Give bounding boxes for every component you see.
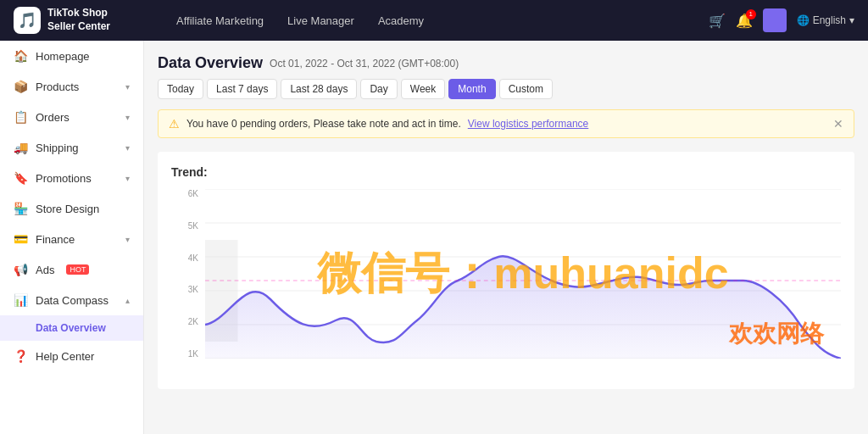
tab-day[interactable]: Day [360,79,397,99]
nav-academy[interactable]: Academy [378,14,424,27]
sidebar-label-help-center: Help Center [36,350,94,363]
alert-close-button[interactable]: ✕ [833,117,843,131]
tab-last7days[interactable]: Last 7 days [207,79,277,99]
alert-link[interactable]: View logistics performance [468,118,589,130]
sidebar: 🏠 Homepage 📦 Products ▾ 📋 Orders ▾ 🚚 Shi… [0,41,144,434]
trend-chart-svg [205,189,841,359]
app-layout: 🏠 Homepage 📦 Products ▾ 📋 Orders ▾ 🚚 Shi… [0,41,868,434]
sidebar-label-homepage: Homepage [36,50,90,63]
nav-affiliate-marketing[interactable]: Affiliate Marketing [176,14,264,27]
sidebar-label-promotions: Promotions [36,172,92,185]
help-icon: ❓ [14,349,27,363]
notification-badge: 1 [746,9,756,19]
ads-icon: 📢 [14,263,27,276]
notification-bell-btn[interactable]: 🔔 1 [736,13,753,29]
shipping-chevron-icon: ▾ [125,143,130,153]
sidebar-label-store-design: Store Design [36,203,99,215]
page-title: Data Overview [158,54,263,72]
sidebar-item-store-design[interactable]: 🏪 Store Design [0,193,143,224]
tab-custom[interactable]: Custom [499,79,553,99]
sidebar-item-finance[interactable]: 💳 Finance ▾ [0,224,143,254]
alert-banner: ⚠ You have 0 pending orders, Please take… [158,109,854,138]
sidebar-item-promotions[interactable]: 🔖 Promotions ▾ [0,163,143,193]
main-content: Data Overview Oct 01, 2022 - Oct 31, 202… [144,41,868,434]
avatar-btn[interactable] [763,8,787,32]
tab-month[interactable]: Month [448,79,495,99]
alert-warning-icon: ⚠ [169,117,180,131]
logo-icon: 🎵 [14,7,41,34]
chart-section: Trend: 6K 5K 4K 3K 2K 1K [158,152,854,389]
products-chevron-icon: ▾ [125,82,130,92]
promotions-icon: 🔖 [14,171,27,185]
finance-icon: 💳 [14,232,27,246]
sidebar-label-finance: Finance [36,233,75,246]
sidebar-item-help-center[interactable]: ❓ Help Center [0,341,143,371]
date-range: Oct 01, 2022 - Oct 31, 2022 (GMT+08:00) [270,58,459,70]
tab-last28days[interactable]: Last 28 days [281,79,357,99]
sidebar-item-data-compass[interactable]: 📊 Data Compass ▴ [0,285,143,315]
y-label-5k: 5K [188,221,198,231]
y-label-4k: 4K [188,253,198,263]
sidebar-item-orders[interactable]: 📋 Orders ▾ [0,102,143,132]
sidebar-item-homepage[interactable]: 🏠 Homepage [0,41,143,71]
logo[interactable]: 🎵 TikTok Shop Seller Center [14,7,149,34]
promotions-chevron-icon: ▾ [125,174,130,183]
sidebar-label-ads: Ads [36,264,54,276]
chart-svg-area: 微信号：muhuanidc 欢欢网络 [205,189,841,359]
nav-links: Affiliate Marketing Live Manager Academy [176,14,682,27]
data-compass-icon: 📊 [14,293,27,307]
orders-icon: 📋 [14,110,27,124]
chart-title: Trend: [171,165,841,179]
alert-message: You have 0 pending orders, Please take n… [186,118,461,130]
shipping-icon: 🚚 [14,141,27,154]
nav-icons: 🛒 🔔 1 🌐 English ▾ [709,8,854,32]
finance-chevron-icon: ▾ [125,235,130,244]
ads-hot-badge: HOT [66,264,89,275]
data-compass-submenu: Data Overview [0,315,143,341]
period-tabs: Today Last 7 days Last 28 days Day Week … [158,79,553,99]
chart-y-axis: 6K 5K 4K 3K 2K 1K [171,189,202,359]
y-label-1k: 1K [188,349,198,359]
top-navigation: 🎵 TikTok Shop Seller Center Affiliate Ma… [0,0,868,41]
sidebar-item-shipping[interactable]: 🚚 Shipping ▾ [0,132,143,163]
products-icon: 📦 [14,80,27,93]
data-compass-chevron-icon: ▴ [125,296,130,305]
sidebar-item-products[interactable]: 📦 Products ▾ [0,71,143,102]
language-selector[interactable]: 🌐 English ▾ [797,14,854,26]
shop-icon-btn[interactable]: 🛒 [709,13,726,29]
y-label-6k: 6K [188,189,198,198]
sidebar-item-ads[interactable]: 📢 Ads HOT [0,254,143,285]
orders-chevron-icon: ▾ [125,113,130,122]
home-icon: 🏠 [14,49,27,63]
sidebar-label-products: Products [36,81,79,93]
sidebar-subitem-data-overview[interactable]: Data Overview [0,315,143,341]
page-header: Data Overview Oct 01, 2022 - Oct 31, 202… [158,54,854,99]
nav-live-manager[interactable]: Live Manager [287,14,354,27]
chart-container: 6K 5K 4K 3K 2K 1K [171,189,841,376]
tab-week[interactable]: Week [401,79,445,99]
y-label-3k: 3K [188,285,198,294]
y-label-2k: 2K [188,317,198,326]
store-design-icon: 🏪 [14,202,27,215]
logo-text: TikTok Shop Seller Center [47,7,110,33]
sidebar-label-data-compass: Data Compass [36,294,108,307]
sidebar-label-orders: Orders [36,111,70,124]
sidebar-label-shipping: Shipping [36,142,79,154]
tab-today[interactable]: Today [158,79,203,99]
